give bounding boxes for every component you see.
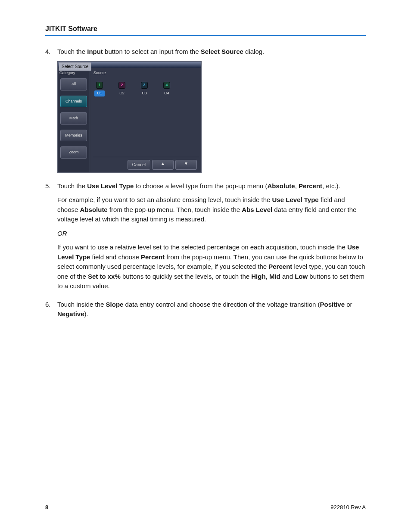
source-panel: Source 1 C1 2 C2 3 [90,68,201,172]
category-heading: Category [58,69,90,79]
source-c1[interactable]: 1 C1 [94,82,105,153]
step-list: 4. Touch the Input button to select an i… [45,47,366,319]
step-5-para-2: If you want to use a relative level set … [57,243,366,291]
step-5: 5. Touch the Use Level Type to choose a … [45,181,366,291]
step-number: 6. [45,300,51,310]
down-button[interactable]: ▼ [175,160,197,170]
channel-icon: 3 [141,82,148,89]
cancel-button[interactable]: Cancel [128,160,150,170]
category-panel: Category All Channels Math Memories Zoom [58,68,90,172]
category-memories[interactable]: Memories [60,130,87,142]
source-heading: Source [93,69,199,79]
up-button[interactable]: ▲ [152,160,174,170]
source-grid: 1 C1 2 C2 3 C3 [93,78,199,157]
dialog-body: Category All Channels Math Memories Zoom… [58,68,201,172]
select-source-dialog: Select Source Category All Channels Math… [57,61,202,173]
step-4: 4. Touch the Input button to select an i… [45,47,366,173]
page-number: 8 [45,503,48,512]
page-footer: 8 922810 Rev A [45,503,366,512]
channel-icon: 4 [163,82,170,89]
channel-icon: 1 [96,82,103,89]
dialog-titlebar: Select Source [58,62,201,68]
category-math[interactable]: Math [60,112,87,124]
step-6: 6. Touch inside the Slope data entry con… [45,300,366,319]
category-channels[interactable]: Channels [60,96,87,108]
step-number: 5. [45,181,51,191]
step-5-para-1: For example, if you want to set an absol… [57,195,366,224]
step-5-or: OR [57,229,366,239]
step-number: 4. [45,47,51,57]
category-all[interactable]: All [60,78,87,90]
source-label: C3 [139,90,149,96]
step-text: Touch the Use Level Type to choose a lev… [57,182,340,190]
channel-icon: 2 [118,82,125,89]
step-text: Touch the Input button to select an inpu… [57,48,264,55]
category-zoom[interactable]: Zoom [60,146,87,159]
source-label: C4 [162,90,172,96]
dialog-footer: Cancel ▲ ▼ [93,157,199,172]
source-c4[interactable]: 4 C4 [162,82,172,153]
page-title: JITKIT Software [45,24,366,36]
source-c2[interactable]: 2 C2 [117,82,127,153]
step-text: Touch inside the Slope data entry contro… [57,301,352,318]
source-label: C2 [117,90,127,96]
dialog-tab[interactable]: Select Source [59,62,91,71]
document-page: JITKIT Software 4. Touch the Input butto… [0,0,411,532]
source-c3[interactable]: 3 C3 [139,82,149,153]
source-label: C1 [94,90,105,96]
revision-label: 922810 Rev A [330,503,366,512]
